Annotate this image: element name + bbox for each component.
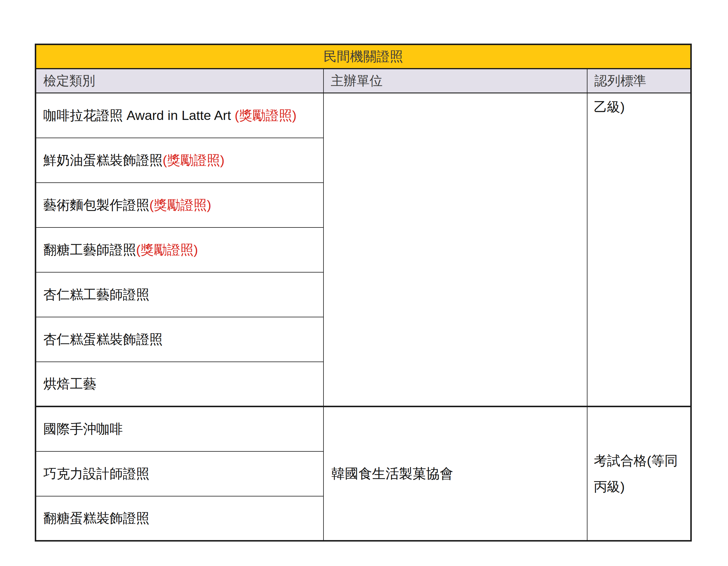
category-cell: 烘焙工藝 (36, 362, 323, 407)
certificate-name: 鮮奶油蛋糕裝飾證照 (43, 153, 163, 168)
category-cell: 杏仁糕工藝師證照 (36, 272, 323, 317)
certificate-name: 烘焙工藝 (43, 376, 96, 391)
certificate-name: 藝術麵包製作證照 (43, 197, 149, 212)
award-note: (獎勵證照) (163, 153, 224, 168)
organizer-cell-group1 (323, 93, 587, 407)
award-note: (獎勵證照) (149, 197, 211, 212)
table-row: 咖啡拉花證照 Award in Latte Art (獎勵證照) 乙級) (36, 93, 691, 138)
certificate-name: 翻糖蛋糕裝飾證照 (43, 511, 149, 526)
column-header-standard: 認列標準 (587, 69, 691, 93)
category-cell: 翻糖工藝師證照(獎勵證照) (36, 227, 323, 272)
column-header-row: 檢定類別 主辦單位 認列標準 (36, 69, 691, 93)
category-cell: 藝術麵包製作證照(獎勵證照) (36, 183, 323, 227)
document-page: 民間機關證照 檢定類別 主辦單位 認列標準 咖啡拉花證照 Award in La… (0, 0, 728, 566)
table-row: 國際手沖咖啡 韓國食生活製菓協會 考試合格(等同丙級) (36, 407, 691, 451)
award-note: (獎勵證照) (235, 108, 296, 123)
category-cell: 鮮奶油蛋糕裝飾證照(獎勵證照) (36, 138, 323, 183)
category-cell: 巧克力設計師證照 (36, 451, 323, 496)
certificate-name: 國際手沖咖啡 (43, 421, 123, 436)
certificate-name: 杏仁糕蛋糕裝飾證照 (43, 332, 163, 347)
certificate-name: 杏仁糕工藝師證照 (43, 287, 149, 302)
table-title: 民間機關證照 (36, 44, 691, 69)
award-note: (獎勵證照) (136, 242, 198, 257)
category-cell: 國際手沖咖啡 (36, 407, 323, 451)
standard-cell-group2: 考試合格(等同丙級) (587, 407, 691, 541)
category-cell: 杏仁糕蛋糕裝飾證照 (36, 317, 323, 362)
column-header-category: 檢定類別 (36, 69, 323, 93)
table-title-row: 民間機關證照 (36, 44, 691, 69)
certificate-name: 翻糖工藝師證照 (43, 242, 136, 257)
category-cell: 咖啡拉花證照 Award in Latte Art (獎勵證照) (36, 93, 323, 138)
organizer-cell-group2: 韓國食生活製菓協會 (323, 407, 587, 541)
standard-cell-group1: 乙級) (587, 93, 691, 407)
certificate-table: 民間機關證照 檢定類別 主辦單位 認列標準 咖啡拉花證照 Award in La… (35, 44, 692, 542)
certificate-name: 咖啡拉花證照 Award in Latte Art (43, 108, 235, 123)
certificate-name: 巧克力設計師證照 (43, 466, 149, 481)
column-header-organizer: 主辦單位 (323, 69, 587, 93)
category-cell: 翻糖蛋糕裝飾證照 (36, 496, 323, 541)
